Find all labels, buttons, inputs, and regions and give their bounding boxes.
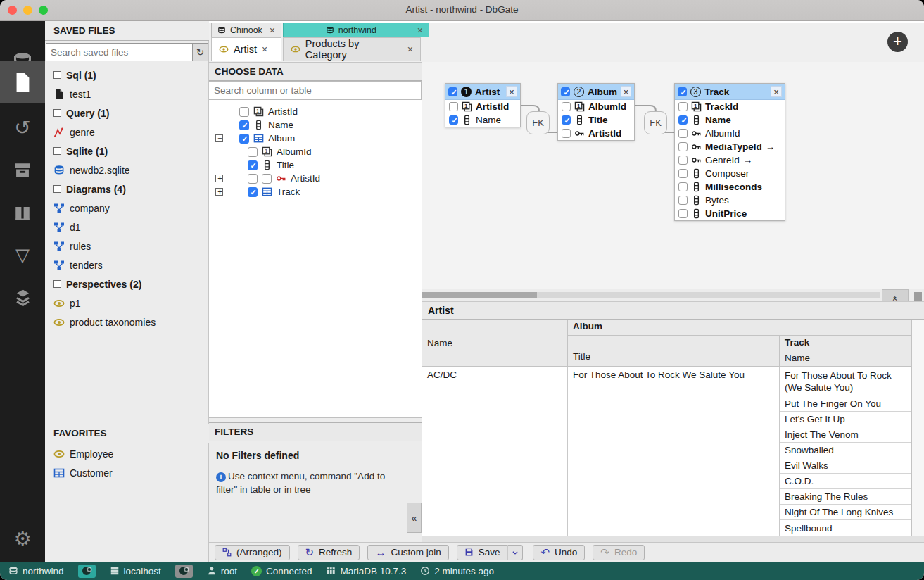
grid-cell-track[interactable]: Snowballed — [780, 443, 911, 458]
checkbox[interactable] — [448, 87, 457, 96]
favorite-item-customer[interactable]: Customer — [45, 463, 209, 482]
checkbox[interactable] — [678, 87, 687, 96]
checkbox[interactable] — [562, 129, 571, 138]
checkbox[interactable] — [562, 102, 571, 111]
save-button[interactable]: Save — [457, 545, 508, 560]
diagram-node-track[interactable]: 3 Track TrackId Name AlbumId MediaTypeId… — [674, 83, 785, 221]
column-row-title[interactable]: Title — [209, 158, 422, 172]
tree-group-sqlite[interactable]: Sqlite (1) — [45, 141, 209, 160]
close-icon[interactable] — [771, 86, 782, 97]
node-column-name[interactable]: Name — [445, 113, 520, 127]
fk-join-badge[interactable]: FK — [644, 111, 667, 134]
checkbox[interactable] — [562, 115, 571, 125]
checkbox[interactable] — [678, 196, 688, 205]
checkbox[interactable] — [449, 102, 458, 111]
node-column-genreid[interactable]: GenreId→ — [675, 153, 785, 167]
node-column-mediatypeid[interactable]: MediaTypeId→ — [675, 140, 785, 153]
checkbox[interactable] — [239, 120, 249, 130]
grid-cell-track[interactable]: C.O.D. — [780, 474, 911, 489]
checkbox[interactable] — [449, 115, 458, 125]
undo-button[interactable]: ↶Undo — [533, 545, 585, 560]
sidebar-item-files[interactable] — [0, 61, 45, 103]
tree-item-test1[interactable]: test1 — [45, 84, 209, 103]
close-icon[interactable] — [506, 86, 517, 97]
checkbox[interactable] — [239, 134, 249, 144]
save-dropdown-button[interactable] — [507, 545, 523, 560]
collapse-icon[interactable] — [53, 280, 61, 288]
tree-item-tenders[interactable]: tenders — [45, 256, 209, 275]
node-header[interactable]: 3 Track — [675, 84, 785, 100]
checkbox[interactable] — [248, 174, 258, 184]
tree-item-p1[interactable]: p1 — [45, 294, 209, 313]
table-row-track[interactable]: Track — [209, 185, 422, 198]
collapse-icon[interactable] — [53, 185, 61, 193]
collapse-icon[interactable] — [53, 109, 61, 117]
node-column-artistid[interactable]: ArtistId — [558, 127, 634, 140]
tree-item-company[interactable]: company — [45, 198, 209, 218]
checkbox[interactable] — [678, 142, 688, 151]
fk-row-artistid[interactable]: ArtistId — [209, 172, 422, 185]
grid-cell-track[interactable]: Inject The Venom — [780, 427, 911, 443]
node-column-unitprice[interactable]: UnitPrice — [675, 207, 785, 220]
node-column-title[interactable]: Title — [558, 113, 634, 127]
node-column-albumid[interactable]: AlbumId — [558, 100, 634, 113]
file-tab-artist[interactable]: Artist — [211, 37, 281, 61]
custom-join-button[interactable]: ↔Custom join — [367, 545, 448, 560]
checkbox[interactable] — [678, 102, 688, 111]
collapse-panel-button[interactable]: « — [407, 503, 422, 533]
tree-item-d1[interactable]: d1 — [45, 218, 209, 237]
tree-item-genre[interactable]: genre — [45, 122, 209, 141]
node-column-bytes[interactable]: Bytes — [675, 194, 785, 207]
choose-data-search-input[interactable] — [209, 81, 422, 100]
node-column-albumid[interactable]: AlbumId — [675, 127, 785, 140]
table-row-album[interactable]: Album — [209, 132, 422, 145]
checkbox[interactable] — [678, 156, 688, 165]
sidebar-item-filters[interactable]: ▽ — [0, 234, 45, 276]
node-column-artistid[interactable]: ArtistId — [445, 100, 520, 113]
close-icon[interactable] — [621, 86, 631, 97]
column-row-name[interactable]: Name — [209, 118, 422, 132]
database-color-badge[interactable] — [78, 565, 96, 578]
close-icon[interactable] — [270, 25, 275, 35]
expand-icon[interactable] — [215, 175, 223, 182]
tree-group-perspectives[interactable]: Perspectives (2) — [45, 275, 209, 294]
diagram-node-artist[interactable]: 1 Artist ArtistId Name — [445, 83, 521, 127]
close-icon[interactable] — [262, 44, 267, 54]
node-column-composer[interactable]: Composer — [675, 167, 785, 180]
tree-item-rules[interactable]: rules — [45, 237, 209, 256]
sidebar-item-archive[interactable] — [0, 149, 45, 191]
column-row-artistid[interactable]: ArtistId — [209, 105, 422, 118]
collapse-icon[interactable] — [53, 147, 61, 155]
checkbox[interactable] — [678, 209, 688, 218]
node-column-trackid[interactable]: TrackId — [675, 100, 785, 113]
tree-item-newdb2[interactable]: newdb2.sqlite — [45, 160, 209, 179]
fk-join-badge[interactable]: FK — [526, 111, 550, 134]
grid-cell-track[interactable]: Put The Finger On You — [780, 396, 911, 412]
node-header[interactable]: 1 Artist — [445, 84, 520, 100]
tree-group-query[interactable]: Query (1) — [45, 103, 209, 122]
connection-color-badge[interactable] — [175, 565, 193, 578]
tree-group-sql[interactable]: Sql (1) — [45, 65, 209, 84]
grid-cell-track[interactable]: Evil Walks — [780, 458, 911, 474]
connection-tab-northwind[interactable]: northwind — [283, 23, 429, 37]
grid-cell-track[interactable]: Night Of The Long Knives — [780, 505, 911, 520]
checkbox[interactable] — [678, 182, 688, 191]
checkbox[interactable] — [678, 115, 688, 125]
node-column-name[interactable]: Name — [675, 113, 785, 127]
scrollbar-thumb[interactable] — [422, 292, 537, 298]
checkbox[interactable] — [561, 87, 570, 96]
checkbox[interactable] — [262, 174, 272, 184]
checkbox[interactable] — [248, 187, 258, 197]
grid-cell-track[interactable]: Spellbound — [780, 520, 911, 536]
sidebar-item-perspectives[interactable] — [0, 276, 45, 318]
arranged-button[interactable]: (Arranged) — [215, 545, 290, 560]
collapse-icon[interactable] — [215, 134, 223, 142]
grid-cell-track[interactable]: For Those About To Rock (We Salute You) — [780, 367, 911, 396]
grid-cell-track[interactable]: Let's Get It Up — [780, 412, 911, 427]
tree-group-diagrams[interactable]: Diagrams (4) — [45, 179, 209, 198]
chevron-up-icon[interactable]: « — [892, 296, 898, 301]
checkbox[interactable] — [678, 129, 688, 138]
checkbox[interactable] — [678, 169, 688, 178]
collapse-icon[interactable] — [53, 71, 61, 79]
grid-cell-track[interactable]: Breaking The Rules — [780, 489, 911, 505]
